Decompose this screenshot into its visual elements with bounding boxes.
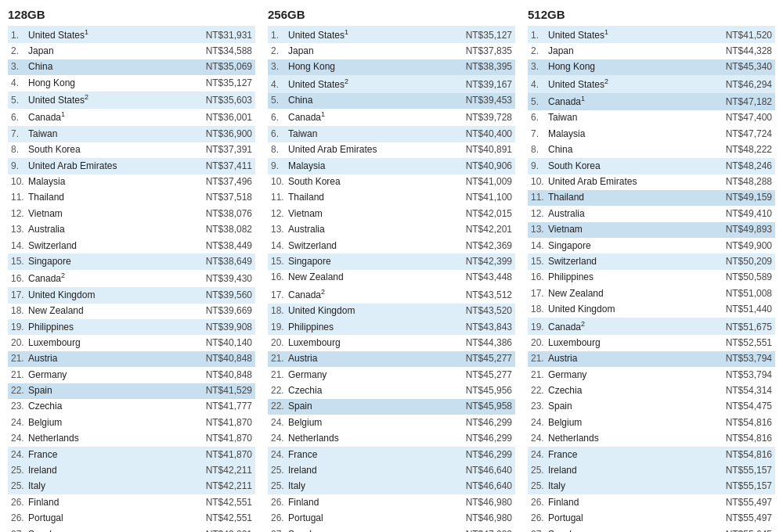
table-row: 26.PortugalNT$55,497 (528, 511, 775, 527)
table-row: 12.AustraliaNT$49,410 (528, 206, 775, 221)
row-left: 15.Singapore (11, 255, 200, 268)
row-left: 22.Czechia (271, 384, 460, 397)
row-country: Italy (548, 480, 720, 493)
row-number: 20. (531, 336, 547, 350)
row-price: NT$43,448 (466, 271, 512, 284)
row-price: NT$51,440 (726, 303, 772, 316)
row-number: 16. (271, 271, 287, 284)
row-country: United Arab Emirates (548, 175, 720, 189)
row-left: 18.New Zealand (11, 304, 200, 318)
row-price: NT$45,958 (466, 400, 512, 413)
row-left: 20.Luxembourg (531, 336, 720, 350)
row-left: 21.Germany (11, 368, 200, 382)
row-country: Belgium (288, 416, 460, 430)
row-number: 24. (271, 448, 287, 462)
row-price: NT$41,870 (206, 416, 252, 430)
row-country: United Kingdom (288, 304, 460, 318)
row-price: NT$41,529 (206, 384, 252, 397)
table-row: 24.NetherlandsNT$54,816 (528, 431, 775, 447)
row-left: 5.United States2 (11, 92, 200, 107)
row-country: United Arab Emirates (288, 143, 460, 156)
table-row: 21.AustriaNT$45,277 (268, 351, 515, 367)
row-country: France (28, 448, 200, 462)
row-number: 19. (11, 321, 27, 334)
table-row: 8.United Arab EmiratesNT$40,891 (268, 142, 515, 158)
row-number: 1. (11, 29, 27, 42)
row-left: 19.Philippines (271, 321, 460, 334)
row-left: 8.China (531, 143, 720, 156)
row-number: 1. (271, 29, 287, 42)
row-left: 20.Luxembourg (11, 336, 200, 350)
row-price: NT$46,980 (466, 496, 512, 509)
row-country: Australia (548, 207, 720, 221)
row-left: 7.Malaysia (531, 128, 720, 141)
row-left: 6.Canada1 (11, 110, 200, 124)
table-row: 21.GermanyNT$45,277 (268, 367, 515, 383)
row-number: 7. (531, 128, 547, 141)
row-price: NT$35,603 (206, 94, 252, 107)
table-row: 19.PhilippinesNT$39,908 (8, 319, 255, 335)
row-left: 24.France (271, 448, 460, 462)
table-row: 10.MalaysiaNT$37,496 (8, 174, 255, 190)
table-row: 24.FranceNT$54,816 (528, 447, 775, 462)
row-country: Germany (548, 368, 720, 382)
table-row: 8.South KoreaNT$37,391 (8, 142, 255, 158)
row-left: 17.Canada2 (271, 287, 460, 302)
row-left: 9.South Korea (531, 160, 720, 173)
row-price: NT$42,201 (466, 223, 512, 236)
table-row: 24.FranceNT$41,870 (8, 447, 255, 462)
row-left: 25.Italy (11, 480, 200, 493)
row-country: United States1 (548, 27, 720, 42)
row-country: Switzerland (288, 239, 460, 253)
row-country: Malaysia (288, 160, 460, 173)
row-country: China (28, 60, 200, 74)
table-row: 22.CzechiaNT$45,956 (268, 383, 515, 399)
row-price: NT$48,246 (726, 160, 772, 173)
table-row: 26.FinlandNT$42,551 (8, 494, 255, 510)
table-row: 13.VietnamNT$49,893 (528, 222, 775, 238)
row-left: 24.France (531, 448, 720, 462)
row-price: NT$35,127 (206, 77, 252, 90)
row-number: 21. (271, 368, 287, 382)
row-left: 20.Luxembourg (271, 336, 460, 350)
row-country: Austria (288, 352, 460, 365)
row-country: China (548, 143, 720, 156)
row-number: 8. (531, 143, 547, 156)
row-left: 24.Belgium (531, 416, 720, 430)
table-row: 15.SwitzerlandNT$50,209 (528, 253, 775, 269)
row-price: NT$48,288 (726, 175, 772, 189)
row-country: Canada2 (28, 271, 200, 286)
row-left: 24.Belgium (271, 416, 460, 430)
column-2: 512GB1.United States1NT$41,5202.JapanNT$… (521, 8, 775, 532)
row-country: Canada1 (28, 110, 200, 124)
column-0: 128GB1.United States1NT$31,9312.JapanNT$… (8, 8, 262, 532)
table-row: 26.FinlandNT$46,980 (268, 494, 515, 510)
row-price: NT$55,157 (726, 464, 772, 477)
row-number: 24. (11, 448, 27, 462)
row-number: 18. (271, 304, 287, 318)
row-country: Hong Kong (288, 60, 460, 74)
row-number: 26. (531, 512, 547, 525)
row-price: NT$47,182 (726, 95, 772, 109)
row-country: Sweden (28, 528, 200, 532)
row-price: NT$50,589 (726, 271, 772, 284)
row-price: NT$51,675 (726, 321, 772, 334)
row-number: 19. (531, 321, 547, 334)
row-country: Taiwan (288, 128, 460, 141)
row-price: NT$47,724 (726, 128, 772, 141)
table-row: 25.IrelandNT$55,157 (528, 463, 775, 479)
row-country: Taiwan (28, 128, 200, 141)
row-country: Thailand (548, 191, 720, 204)
table-row: 3.Hong KongNT$38,395 (268, 59, 515, 75)
row-country: Austria (28, 352, 200, 365)
row-number: 5. (11, 94, 27, 107)
row-left: 21.Austria (531, 352, 720, 365)
row-left: 5.Canada1 (531, 94, 720, 109)
table-row: 27.SwedenNT$55,645 (528, 527, 775, 532)
table-row: 25.ItalyNT$55,157 (528, 479, 775, 494)
row-country: Finland (28, 496, 200, 509)
row-number: 22. (11, 384, 27, 397)
row-price: NT$41,870 (206, 432, 252, 445)
row-number: 25. (531, 464, 547, 477)
row-left: 23.Spain (531, 400, 720, 413)
